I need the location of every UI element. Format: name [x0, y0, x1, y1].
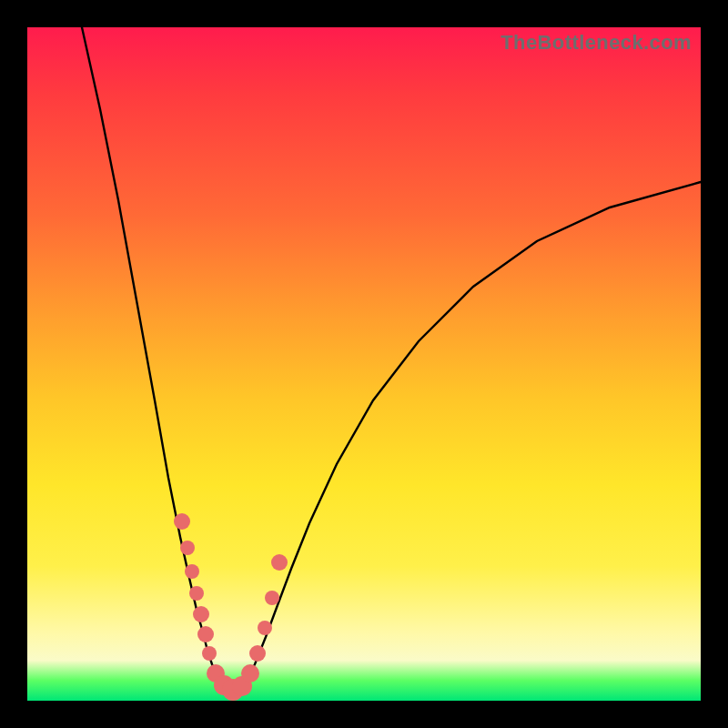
data-dot [258, 621, 272, 635]
data-dot [241, 664, 259, 682]
curve-left-branch [82, 27, 235, 692]
data-dot [180, 541, 195, 555]
data-dot [197, 626, 214, 642]
data-dot [193, 606, 209, 622]
data-dot [174, 513, 190, 530]
data-dot [265, 591, 279, 605]
data-dots [174, 513, 288, 701]
data-dot [189, 586, 204, 601]
curve-layer [27, 27, 701, 701]
chart-frame: TheBottleneck.com [27, 27, 701, 701]
watermark-text: TheBottleneck.com [500, 31, 692, 55]
data-dot [202, 646, 217, 661]
data-dot [271, 554, 288, 571]
data-dot [249, 645, 266, 662]
data-dot [185, 564, 199, 579]
curve-right-branch [235, 182, 701, 692]
